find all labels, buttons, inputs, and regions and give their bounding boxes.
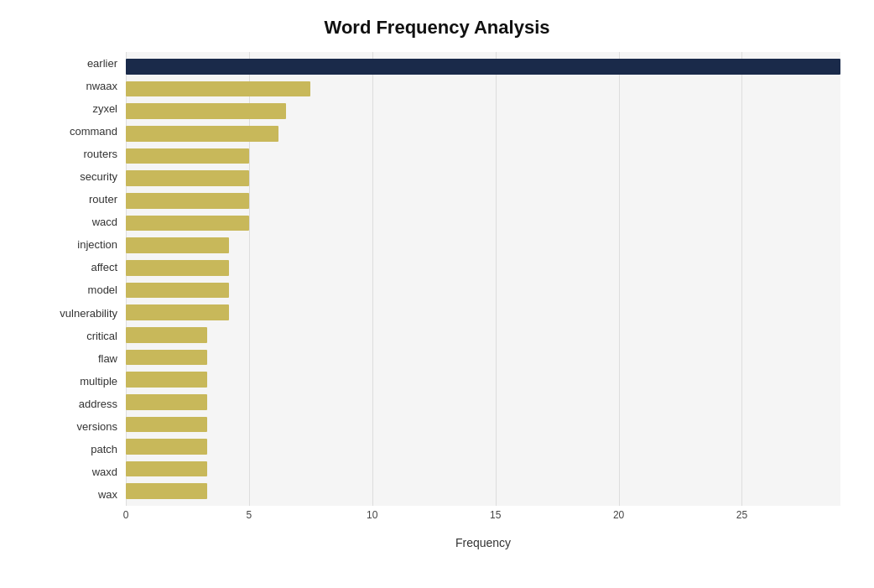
y-label: wacd <box>34 216 117 227</box>
x-axis-container: 0510152025 <box>126 509 840 534</box>
x-tick-label: 20 <box>613 509 624 521</box>
y-label: patch <box>34 444 117 455</box>
bar-command <box>126 126 278 142</box>
bar-row <box>126 100 840 122</box>
y-label: routers <box>34 148 117 159</box>
bar-flaw <box>126 350 207 366</box>
y-label: wax <box>34 489 117 500</box>
bar-nwaax <box>126 81 310 97</box>
bar-zyxel <box>126 103 286 119</box>
x-tick-label: 0 <box>123 509 129 521</box>
y-label: earlier <box>34 58 117 69</box>
y-axis: earliernwaaxzyxelcommandrouterssecurityr… <box>34 52 126 506</box>
y-label: critical <box>34 330 117 341</box>
y-label: model <box>34 284 117 295</box>
y-label: router <box>34 194 117 205</box>
bar-earlier <box>126 59 840 75</box>
plot-area <box>126 52 840 506</box>
y-label: command <box>34 126 117 137</box>
bar-wacd <box>126 216 249 232</box>
bar-multiple <box>126 372 207 388</box>
y-label: injection <box>34 239 117 250</box>
y-label: flaw <box>34 353 117 364</box>
bar-wax <box>126 483 207 499</box>
y-label: vulnerability <box>34 308 117 319</box>
bar-patch <box>126 439 207 455</box>
bar-row <box>126 78 840 101</box>
bar-row <box>126 167 840 190</box>
chart-container: Word Frequency Analysis earliernwaaxzyxe… <box>0 0 874 588</box>
y-label: multiple <box>34 376 117 387</box>
bar-row <box>126 458 840 481</box>
bar-row <box>126 480 840 502</box>
bar-row <box>126 190 840 212</box>
x-tick-label: 5 <box>247 509 252 521</box>
bar-critical <box>126 327 207 343</box>
bar-row <box>126 391 840 414</box>
bar-row <box>126 414 840 436</box>
y-label: security <box>34 171 117 182</box>
bar-row <box>126 145 840 168</box>
bar-row <box>126 279 840 302</box>
y-label: address <box>34 398 117 409</box>
bar-model <box>126 283 229 299</box>
bar-affect <box>126 260 229 276</box>
bar-address <box>126 394 207 410</box>
bar-security <box>126 170 249 186</box>
bar-row <box>126 257 840 279</box>
y-label: nwaax <box>34 81 117 91</box>
bar-injection <box>126 237 229 253</box>
bar-routers <box>126 148 249 164</box>
bar-row <box>126 55 840 78</box>
bar-row <box>126 435 840 458</box>
bar-row <box>126 301 840 324</box>
bar-row <box>126 234 840 257</box>
bar-row <box>126 324 840 346</box>
y-label: versions <box>34 421 117 432</box>
bar-row <box>126 212 840 235</box>
y-label: affect <box>34 262 117 273</box>
bar-versions <box>126 417 207 433</box>
bar-row <box>126 368 840 391</box>
bar-router <box>126 193 249 209</box>
bar-waxd <box>126 461 207 477</box>
chart-title: Word Frequency Analysis <box>34 17 840 39</box>
y-label: waxd <box>34 466 117 477</box>
bar-row <box>126 346 840 369</box>
x-axis-labels: 0510152025 <box>126 509 840 534</box>
x-tick-label: 25 <box>736 509 747 521</box>
chart-area: earliernwaaxzyxelcommandrouterssecurityr… <box>34 52 840 506</box>
bar-row <box>126 122 840 145</box>
x-tick-label: 15 <box>490 509 501 521</box>
bar-vulnerability <box>126 304 229 320</box>
y-label: zyxel <box>34 103 117 114</box>
x-tick-label: 10 <box>367 509 377 521</box>
x-axis-title: Frequency <box>126 536 840 549</box>
